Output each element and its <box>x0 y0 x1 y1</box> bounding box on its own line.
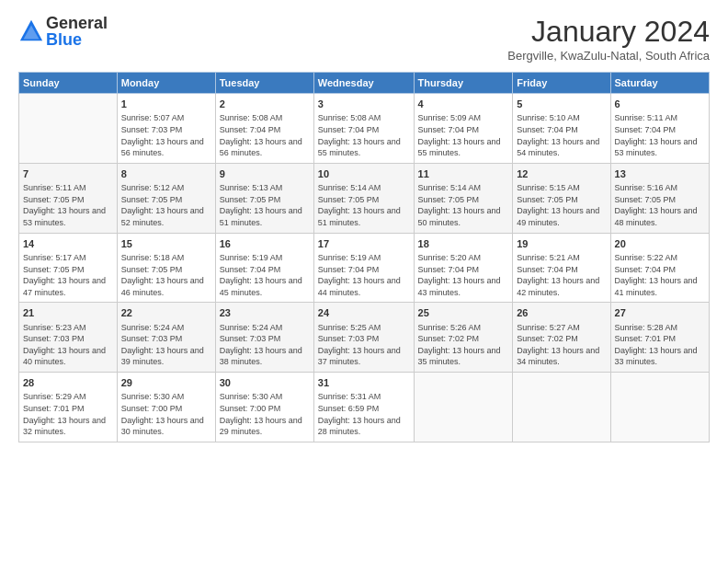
calendar-title: January 2024 <box>507 15 710 49</box>
day-number: 16 <box>220 237 310 251</box>
day-info: Sunrise: 5:18 AMSunset: 7:05 PMDaylight:… <box>121 252 211 298</box>
logo-blue-text: Blue <box>46 31 108 48</box>
day-info: Sunrise: 5:12 AMSunset: 7:05 PMDaylight:… <box>121 182 211 228</box>
day-info: Sunrise: 5:11 AMSunset: 7:05 PMDaylight:… <box>23 182 113 228</box>
calendar-cell: 21Sunrise: 5:23 AMSunset: 7:03 PMDayligh… <box>19 303 118 373</box>
day-number: 20 <box>615 237 705 251</box>
calendar-week-row-0: 1Sunrise: 5:07 AMSunset: 7:03 PMDaylight… <box>19 94 710 164</box>
day-info: Sunrise: 5:24 AMSunset: 7:03 PMDaylight:… <box>220 322 310 368</box>
calendar-cell: 26Sunrise: 5:27 AMSunset: 7:02 PMDayligh… <box>513 303 610 373</box>
logo-general-text: General <box>46 15 108 31</box>
day-number: 10 <box>318 167 410 181</box>
calendar-cell: 27Sunrise: 5:28 AMSunset: 7:01 PMDayligh… <box>610 303 709 373</box>
title-block: January 2024 Bergville, KwaZulu-Natal, S… <box>507 15 710 63</box>
calendar-cell: 17Sunrise: 5:19 AMSunset: 7:04 PMDayligh… <box>313 233 414 303</box>
calendar-cell: 1Sunrise: 5:07 AMSunset: 7:03 PMDaylight… <box>117 94 215 164</box>
calendar-week-row-1: 7Sunrise: 5:11 AMSunset: 7:05 PMDaylight… <box>19 163 710 233</box>
day-number: 24 <box>318 306 410 320</box>
day-number: 26 <box>517 306 606 320</box>
day-info: Sunrise: 5:27 AMSunset: 7:02 PMDaylight:… <box>517 322 606 368</box>
day-number: 31 <box>318 376 410 390</box>
calendar-cell: 12Sunrise: 5:15 AMSunset: 7:05 PMDayligh… <box>513 163 610 233</box>
day-number: 17 <box>318 237 410 251</box>
logo: General Blue <box>18 15 108 48</box>
calendar-header-row: Sunday Monday Tuesday Wednesday Thursday… <box>19 73 710 94</box>
calendar-cell: 29Sunrise: 5:30 AMSunset: 7:00 PMDayligh… <box>117 373 215 442</box>
day-info: Sunrise: 5:28 AMSunset: 7:01 PMDaylight:… <box>615 322 705 368</box>
day-info: Sunrise: 5:19 AMSunset: 7:04 PMDaylight:… <box>220 252 310 298</box>
calendar-cell: 16Sunrise: 5:19 AMSunset: 7:04 PMDayligh… <box>215 233 313 303</box>
day-info: Sunrise: 5:15 AMSunset: 7:05 PMDaylight:… <box>517 182 606 228</box>
calendar-cell: 10Sunrise: 5:14 AMSunset: 7:05 PMDayligh… <box>313 163 414 233</box>
calendar-week-row-3: 21Sunrise: 5:23 AMSunset: 7:03 PMDayligh… <box>19 303 710 373</box>
day-number: 2 <box>220 98 310 111</box>
day-number: 18 <box>418 237 509 251</box>
calendar-cell: 8Sunrise: 5:12 AMSunset: 7:05 PMDaylight… <box>117 163 215 233</box>
day-number: 5 <box>517 98 606 111</box>
day-info: Sunrise: 5:31 AMSunset: 6:59 PMDaylight:… <box>318 391 410 437</box>
day-number: 8 <box>121 167 211 181</box>
day-number: 30 <box>220 376 310 390</box>
header-thursday: Thursday <box>414 73 513 94</box>
logo-icon <box>18 18 44 44</box>
calendar-week-row-4: 28Sunrise: 5:29 AMSunset: 7:01 PMDayligh… <box>19 373 710 442</box>
day-number: 12 <box>517 167 606 181</box>
calendar-cell: 5Sunrise: 5:10 AMSunset: 7:04 PMDaylight… <box>513 94 610 164</box>
header: General Blue January 2024 Bergville, Kwa… <box>18 15 710 63</box>
day-info: Sunrise: 5:25 AMSunset: 7:03 PMDaylight:… <box>318 322 410 368</box>
calendar-subtitle: Bergville, KwaZulu-Natal, South Africa <box>507 49 710 63</box>
day-number: 7 <box>23 167 113 181</box>
calendar-cell: 22Sunrise: 5:24 AMSunset: 7:03 PMDayligh… <box>117 303 215 373</box>
calendar-cell: 2Sunrise: 5:08 AMSunset: 7:04 PMDaylight… <box>215 94 313 164</box>
calendar-cell: 23Sunrise: 5:24 AMSunset: 7:03 PMDayligh… <box>215 303 313 373</box>
logo-text: General Blue <box>46 15 108 48</box>
day-info: Sunrise: 5:07 AMSunset: 7:03 PMDaylight:… <box>121 112 211 158</box>
calendar-cell: 31Sunrise: 5:31 AMSunset: 6:59 PMDayligh… <box>313 373 414 442</box>
day-info: Sunrise: 5:13 AMSunset: 7:05 PMDaylight:… <box>220 182 310 228</box>
day-number: 23 <box>220 306 310 320</box>
header-saturday: Saturday <box>610 73 709 94</box>
day-number: 27 <box>615 306 705 320</box>
header-friday: Friday <box>513 73 610 94</box>
day-info: Sunrise: 5:19 AMSunset: 7:04 PMDaylight:… <box>318 252 410 298</box>
day-info: Sunrise: 5:14 AMSunset: 7:05 PMDaylight:… <box>418 182 509 228</box>
calendar-cell <box>19 94 118 164</box>
day-info: Sunrise: 5:30 AMSunset: 7:00 PMDaylight:… <box>121 391 211 437</box>
calendar-cell <box>610 373 709 442</box>
day-number: 14 <box>23 237 113 251</box>
day-number: 21 <box>23 306 113 320</box>
day-number: 6 <box>615 98 705 111</box>
calendar-cell: 15Sunrise: 5:18 AMSunset: 7:05 PMDayligh… <box>117 233 215 303</box>
header-monday: Monday <box>117 73 215 94</box>
day-number: 11 <box>418 167 509 181</box>
day-number: 29 <box>121 376 211 390</box>
day-info: Sunrise: 5:17 AMSunset: 7:05 PMDaylight:… <box>23 252 113 298</box>
calendar-cell: 18Sunrise: 5:20 AMSunset: 7:04 PMDayligh… <box>414 233 513 303</box>
day-number: 19 <box>517 237 606 251</box>
day-info: Sunrise: 5:22 AMSunset: 7:04 PMDaylight:… <box>615 252 705 298</box>
day-info: Sunrise: 5:08 AMSunset: 7:04 PMDaylight:… <box>220 112 310 158</box>
day-info: Sunrise: 5:16 AMSunset: 7:05 PMDaylight:… <box>615 182 705 228</box>
header-sunday: Sunday <box>19 73 118 94</box>
day-info: Sunrise: 5:23 AMSunset: 7:03 PMDaylight:… <box>23 322 113 368</box>
day-info: Sunrise: 5:29 AMSunset: 7:01 PMDaylight:… <box>23 391 113 437</box>
day-info: Sunrise: 5:30 AMSunset: 7:00 PMDaylight:… <box>220 391 310 437</box>
calendar-cell: 13Sunrise: 5:16 AMSunset: 7:05 PMDayligh… <box>610 163 709 233</box>
calendar-cell: 30Sunrise: 5:30 AMSunset: 7:00 PMDayligh… <box>215 373 313 442</box>
day-info: Sunrise: 5:10 AMSunset: 7:04 PMDaylight:… <box>517 112 606 158</box>
day-info: Sunrise: 5:08 AMSunset: 7:04 PMDaylight:… <box>318 112 410 158</box>
calendar-cell: 4Sunrise: 5:09 AMSunset: 7:04 PMDaylight… <box>414 94 513 164</box>
day-number: 4 <box>418 98 509 111</box>
day-number: 22 <box>121 306 211 320</box>
calendar-cell: 19Sunrise: 5:21 AMSunset: 7:04 PMDayligh… <box>513 233 610 303</box>
calendar-cell: 7Sunrise: 5:11 AMSunset: 7:05 PMDaylight… <box>19 163 118 233</box>
day-info: Sunrise: 5:26 AMSunset: 7:02 PMDaylight:… <box>418 322 509 368</box>
calendar-cell: 6Sunrise: 5:11 AMSunset: 7:04 PMDaylight… <box>610 94 709 164</box>
calendar-cell: 9Sunrise: 5:13 AMSunset: 7:05 PMDaylight… <box>215 163 313 233</box>
calendar-cell: 20Sunrise: 5:22 AMSunset: 7:04 PMDayligh… <box>610 233 709 303</box>
calendar-cell: 3Sunrise: 5:08 AMSunset: 7:04 PMDaylight… <box>313 94 414 164</box>
day-number: 15 <box>121 237 211 251</box>
day-info: Sunrise: 5:09 AMSunset: 7:04 PMDaylight:… <box>418 112 509 158</box>
page: General Blue January 2024 Bergville, Kwa… <box>0 0 728 563</box>
day-number: 13 <box>615 167 705 181</box>
